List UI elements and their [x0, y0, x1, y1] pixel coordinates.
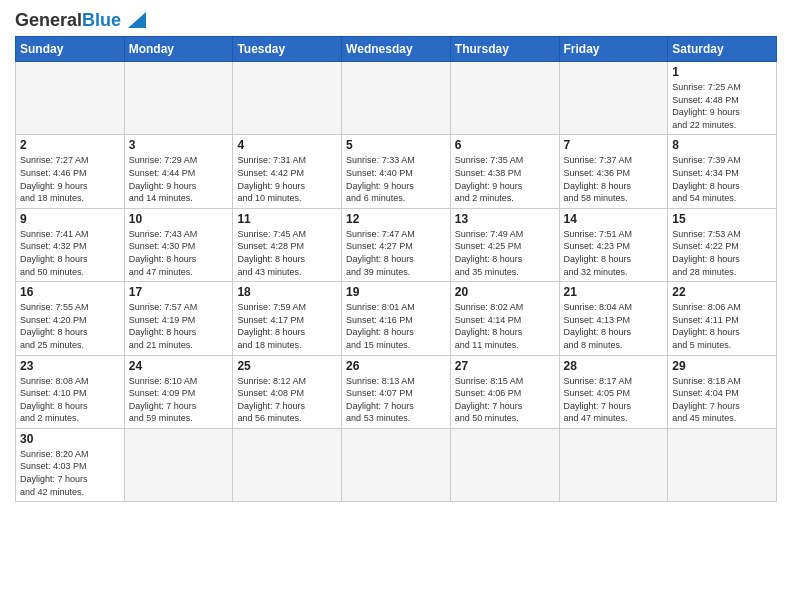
- day-info: Sunrise: 7:59 AM Sunset: 4:17 PM Dayligh…: [237, 301, 337, 351]
- table-row: 25Sunrise: 8:12 AM Sunset: 4:08 PM Dayli…: [233, 355, 342, 428]
- day-info: Sunrise: 7:31 AM Sunset: 4:42 PM Dayligh…: [237, 154, 337, 204]
- logo-blue: Blue: [82, 10, 121, 30]
- day-number: 25: [237, 359, 337, 373]
- day-info: Sunrise: 8:01 AM Sunset: 4:16 PM Dayligh…: [346, 301, 446, 351]
- table-row: [233, 62, 342, 135]
- day-info: Sunrise: 8:06 AM Sunset: 4:11 PM Dayligh…: [672, 301, 772, 351]
- calendar: Sunday Monday Tuesday Wednesday Thursday…: [15, 36, 777, 502]
- day-number: 12: [346, 212, 446, 226]
- day-number: 13: [455, 212, 555, 226]
- table-row: 29Sunrise: 8:18 AM Sunset: 4:04 PM Dayli…: [668, 355, 777, 428]
- table-row: 3Sunrise: 7:29 AM Sunset: 4:44 PM Daylig…: [124, 135, 233, 208]
- day-number: 6: [455, 138, 555, 152]
- table-row: 9Sunrise: 7:41 AM Sunset: 4:32 PM Daylig…: [16, 208, 125, 281]
- day-number: 17: [129, 285, 229, 299]
- day-info: Sunrise: 8:13 AM Sunset: 4:07 PM Dayligh…: [346, 375, 446, 425]
- day-number: 15: [672, 212, 772, 226]
- table-row: [124, 62, 233, 135]
- day-info: Sunrise: 7:51 AM Sunset: 4:23 PM Dayligh…: [564, 228, 664, 278]
- table-row: 4Sunrise: 7:31 AM Sunset: 4:42 PM Daylig…: [233, 135, 342, 208]
- table-row: [233, 428, 342, 501]
- table-row: 23Sunrise: 8:08 AM Sunset: 4:10 PM Dayli…: [16, 355, 125, 428]
- day-number: 19: [346, 285, 446, 299]
- day-info: Sunrise: 7:35 AM Sunset: 4:38 PM Dayligh…: [455, 154, 555, 204]
- day-info: Sunrise: 7:47 AM Sunset: 4:27 PM Dayligh…: [346, 228, 446, 278]
- table-row: 12Sunrise: 7:47 AM Sunset: 4:27 PM Dayli…: [342, 208, 451, 281]
- day-number: 4: [237, 138, 337, 152]
- table-row: 6Sunrise: 7:35 AM Sunset: 4:38 PM Daylig…: [450, 135, 559, 208]
- day-info: Sunrise: 7:49 AM Sunset: 4:25 PM Dayligh…: [455, 228, 555, 278]
- day-info: Sunrise: 7:53 AM Sunset: 4:22 PM Dayligh…: [672, 228, 772, 278]
- day-number: 23: [20, 359, 120, 373]
- table-row: 16Sunrise: 7:55 AM Sunset: 4:20 PM Dayli…: [16, 282, 125, 355]
- table-row: 10Sunrise: 7:43 AM Sunset: 4:30 PM Dayli…: [124, 208, 233, 281]
- day-number: 10: [129, 212, 229, 226]
- day-info: Sunrise: 7:29 AM Sunset: 4:44 PM Dayligh…: [129, 154, 229, 204]
- header: GeneralBlue: [15, 10, 777, 30]
- day-info: Sunrise: 7:43 AM Sunset: 4:30 PM Dayligh…: [129, 228, 229, 278]
- table-row: 5Sunrise: 7:33 AM Sunset: 4:40 PM Daylig…: [342, 135, 451, 208]
- table-row: [559, 62, 668, 135]
- col-sunday: Sunday: [16, 37, 125, 62]
- table-row: 18Sunrise: 7:59 AM Sunset: 4:17 PM Dayli…: [233, 282, 342, 355]
- table-row: 17Sunrise: 7:57 AM Sunset: 4:19 PM Dayli…: [124, 282, 233, 355]
- table-row: [450, 62, 559, 135]
- logo-text: GeneralBlue: [15, 11, 121, 29]
- table-row: 19Sunrise: 8:01 AM Sunset: 4:16 PM Dayli…: [342, 282, 451, 355]
- day-number: 16: [20, 285, 120, 299]
- day-info: Sunrise: 8:10 AM Sunset: 4:09 PM Dayligh…: [129, 375, 229, 425]
- table-row: 20Sunrise: 8:02 AM Sunset: 4:14 PM Dayli…: [450, 282, 559, 355]
- col-wednesday: Wednesday: [342, 37, 451, 62]
- day-info: Sunrise: 7:25 AM Sunset: 4:48 PM Dayligh…: [672, 81, 772, 131]
- table-row: 26Sunrise: 8:13 AM Sunset: 4:07 PM Dayli…: [342, 355, 451, 428]
- day-info: Sunrise: 8:18 AM Sunset: 4:04 PM Dayligh…: [672, 375, 772, 425]
- logo-icon: [124, 8, 146, 30]
- table-row: [668, 428, 777, 501]
- table-row: 11Sunrise: 7:45 AM Sunset: 4:28 PM Dayli…: [233, 208, 342, 281]
- table-row: 2Sunrise: 7:27 AM Sunset: 4:46 PM Daylig…: [16, 135, 125, 208]
- day-number: 28: [564, 359, 664, 373]
- day-number: 2: [20, 138, 120, 152]
- day-info: Sunrise: 7:37 AM Sunset: 4:36 PM Dayligh…: [564, 154, 664, 204]
- col-tuesday: Tuesday: [233, 37, 342, 62]
- day-info: Sunrise: 7:33 AM Sunset: 4:40 PM Dayligh…: [346, 154, 446, 204]
- table-row: 8Sunrise: 7:39 AM Sunset: 4:34 PM Daylig…: [668, 135, 777, 208]
- day-info: Sunrise: 8:20 AM Sunset: 4:03 PM Dayligh…: [20, 448, 120, 498]
- col-thursday: Thursday: [450, 37, 559, 62]
- day-info: Sunrise: 8:08 AM Sunset: 4:10 PM Dayligh…: [20, 375, 120, 425]
- col-friday: Friday: [559, 37, 668, 62]
- table-row: [559, 428, 668, 501]
- day-info: Sunrise: 8:12 AM Sunset: 4:08 PM Dayligh…: [237, 375, 337, 425]
- table-row: 1Sunrise: 7:25 AM Sunset: 4:48 PM Daylig…: [668, 62, 777, 135]
- day-number: 24: [129, 359, 229, 373]
- day-info: Sunrise: 7:41 AM Sunset: 4:32 PM Dayligh…: [20, 228, 120, 278]
- day-number: 22: [672, 285, 772, 299]
- day-number: 27: [455, 359, 555, 373]
- day-number: 20: [455, 285, 555, 299]
- logo-general: General: [15, 10, 82, 30]
- table-row: [342, 428, 451, 501]
- day-number: 26: [346, 359, 446, 373]
- day-number: 29: [672, 359, 772, 373]
- day-number: 14: [564, 212, 664, 226]
- table-row: 14Sunrise: 7:51 AM Sunset: 4:23 PM Dayli…: [559, 208, 668, 281]
- calendar-header-row: Sunday Monday Tuesday Wednesday Thursday…: [16, 37, 777, 62]
- table-row: [342, 62, 451, 135]
- day-number: 30: [20, 432, 120, 446]
- day-number: 7: [564, 138, 664, 152]
- table-row: 7Sunrise: 7:37 AM Sunset: 4:36 PM Daylig…: [559, 135, 668, 208]
- day-info: Sunrise: 7:45 AM Sunset: 4:28 PM Dayligh…: [237, 228, 337, 278]
- table-row: [450, 428, 559, 501]
- table-row: 28Sunrise: 8:17 AM Sunset: 4:05 PM Dayli…: [559, 355, 668, 428]
- day-info: Sunrise: 8:02 AM Sunset: 4:14 PM Dayligh…: [455, 301, 555, 351]
- day-number: 5: [346, 138, 446, 152]
- table-row: [124, 428, 233, 501]
- table-row: 15Sunrise: 7:53 AM Sunset: 4:22 PM Dayli…: [668, 208, 777, 281]
- table-row: 13Sunrise: 7:49 AM Sunset: 4:25 PM Dayli…: [450, 208, 559, 281]
- svg-marker-0: [128, 12, 146, 28]
- table-row: 22Sunrise: 8:06 AM Sunset: 4:11 PM Dayli…: [668, 282, 777, 355]
- day-number: 1: [672, 65, 772, 79]
- table-row: 30Sunrise: 8:20 AM Sunset: 4:03 PM Dayli…: [16, 428, 125, 501]
- table-row: [16, 62, 125, 135]
- table-row: 21Sunrise: 8:04 AM Sunset: 4:13 PM Dayli…: [559, 282, 668, 355]
